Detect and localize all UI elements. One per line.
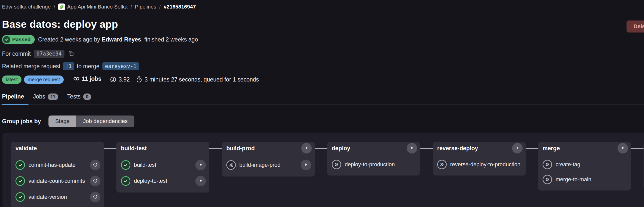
job-row[interactable]: build-image-prod	[225, 157, 312, 173]
commit-row: For commit 07a3ee34	[0, 49, 644, 58]
compute-value: 3.92	[119, 76, 130, 83]
stage-play-all-button[interactable]	[301, 143, 312, 153]
stage-play-all-button[interactable]	[407, 143, 417, 153]
stage-name: build-test	[121, 145, 147, 152]
group-by-job-dependencies[interactable]: Job dependencies	[76, 115, 134, 127]
badge-merge-request[interactable]: merge request	[24, 76, 64, 84]
stage-build-prod: build-prodbuild-image-prod	[222, 142, 315, 176]
job-retry-button[interactable]	[90, 192, 100, 202]
status-row: Passed Created 2 weeks ago byEdward Reye…	[0, 35, 644, 44]
breadcrumb-item-app-api-mini-banco-sofka[interactable]: App Api Mini Banco Sofka	[67, 4, 128, 10]
copy-icon	[68, 50, 74, 57]
retry-icon	[92, 162, 98, 168]
tab-label: Jobs	[33, 93, 45, 100]
breadcrumb-separator: /	[160, 4, 161, 10]
stage-name: reverse-deploy	[437, 145, 478, 152]
job-row[interactable]: validate-count-commits	[14, 173, 102, 189]
job-row[interactable]: »reverse-deploy-to-production	[436, 157, 523, 172]
job-row[interactable]: validate-version	[14, 189, 102, 205]
group-by-segmented-control: StageJob dependencies	[48, 115, 134, 127]
gauge-icon	[110, 76, 116, 83]
author-link[interactable]: Edward Reyes	[102, 36, 141, 43]
job-row[interactable]: »merge-to-main	[542, 172, 628, 187]
commit-label: For commit	[2, 51, 31, 57]
job-retry-button[interactable]	[90, 160, 100, 170]
pipeline-graph-panel: validatecommit-has-updatevalidate-count-…	[2, 133, 644, 207]
job-row[interactable]: deploy-to-test	[120, 173, 207, 189]
status-skipped-icon: »	[542, 160, 552, 169]
stage-play-all-button[interactable]	[618, 143, 628, 153]
pipeline-detail-page: Edw-sofka-challenge/App Api Mini Banco S…	[0, 0, 644, 207]
delete-pipeline-button[interactable]: Delete	[626, 21, 644, 33]
breadcrumb-item-pipelines[interactable]: Pipelines	[135, 4, 156, 10]
status-skipped-icon: »	[437, 160, 447, 169]
stage-card: reverse-deploy»reverse-deploy-to-product…	[433, 142, 526, 175]
breadcrumb-item-edw-sofka-challenge[interactable]: Edw-sofka-challenge	[2, 4, 51, 10]
spring-leaf-icon	[58, 4, 65, 10]
retry-icon	[92, 194, 98, 200]
job-retry-button[interactable]	[90, 176, 100, 186]
stage-header: merge	[538, 142, 631, 155]
stage-reverse-deploy: reverse-deploy»reverse-deploy-to-product…	[433, 142, 526, 175]
job-name: merge-to-main	[556, 176, 628, 183]
status-manual-gear-icon	[226, 160, 236, 170]
job-name: validate-count-commits	[28, 178, 86, 184]
job-play-button[interactable]	[301, 160, 311, 170]
created-suffix: , finished 2 weeks ago	[141, 36, 198, 43]
duration-text: 3 minutes 27 seconds, queued for 1 secon…	[145, 76, 259, 83]
status-badge-label: Passed	[12, 37, 31, 43]
job-name: reverse-deploy-to-production	[450, 161, 522, 168]
mr-ref-link[interactable]: !1	[63, 62, 74, 70]
stage-jobs: build-image-prod	[222, 155, 315, 176]
play-icon	[198, 162, 203, 167]
stage-header: validate	[11, 142, 104, 155]
stage-jobs: »reverse-deploy-to-production	[433, 155, 526, 175]
stage-play-all-button[interactable]	[512, 143, 522, 153]
tab-jobs[interactable]: Jobs11	[28, 91, 63, 105]
commit-sha-link[interactable]: 07a3ee34	[34, 50, 64, 58]
tab-label: Tests	[67, 93, 81, 100]
play-icon	[198, 178, 203, 183]
stage-card: validatecommit-has-updatevalidate-count-…	[11, 142, 104, 207]
stage-card: merge»create-tag»merge-to-main	[538, 142, 631, 190]
stage-name: validate	[16, 145, 37, 152]
copy-commit-button[interactable]	[67, 49, 75, 58]
stage-validate: validatecommit-has-updatevalidate-count-…	[11, 142, 104, 207]
stage-header: build-prod	[222, 142, 315, 155]
jobs-count-label: 11 jobs	[82, 76, 102, 82]
status-success-icon	[121, 176, 130, 186]
badge-latest[interactable]: latest	[2, 76, 22, 84]
status-success-icon	[16, 192, 25, 202]
status-success-icon	[16, 176, 25, 186]
play-icon	[304, 162, 308, 167]
breadcrumb-item--2185816947: #2185816947	[164, 4, 196, 10]
breadcrumb-separator: /	[130, 4, 132, 10]
stage-merge: merge»create-tag»merge-to-main	[538, 142, 631, 190]
job-row[interactable]: »create-tag	[542, 157, 628, 172]
tab-pipeline[interactable]: Pipeline	[2, 91, 28, 105]
mr-prefix: Related merge request	[2, 63, 60, 70]
group-by-stage[interactable]: Stage	[48, 115, 76, 127]
job-row[interactable]: »deploy-to-production	[331, 157, 418, 172]
stages-container: validatecommit-has-updatevalidate-count-…	[11, 142, 644, 207]
job-name: commit-has-update	[28, 162, 86, 168]
check-icon	[3, 36, 10, 43]
status-badge[interactable]: Passed	[2, 35, 35, 44]
job-play-button[interactable]	[195, 160, 206, 170]
play-icon	[621, 146, 625, 151]
tab-count-badge: 0	[83, 94, 92, 100]
duration: 3 minutes 27 seconds, queued for 1 secon…	[136, 76, 259, 83]
jobs-count: 11 jobs	[70, 74, 104, 86]
job-name: build-image-prod	[239, 162, 297, 168]
job-name: build-test	[134, 162, 192, 168]
stage-name: deploy	[332, 145, 350, 152]
created-text: Created 2 weeks ago byEdward Reyes, fini…	[38, 36, 198, 43]
tab-tests[interactable]: Tests0	[63, 91, 96, 105]
tab-label: Pipeline	[2, 93, 24, 100]
source-branch-link[interactable]: eareyesv-1	[102, 62, 139, 70]
job-row[interactable]: commit-has-update	[14, 157, 102, 173]
pipeline-badges: latestmerge request	[2, 76, 64, 84]
job-row[interactable]: build-test	[120, 157, 207, 173]
retry-icon	[92, 178, 98, 184]
job-play-button[interactable]	[195, 176, 206, 186]
